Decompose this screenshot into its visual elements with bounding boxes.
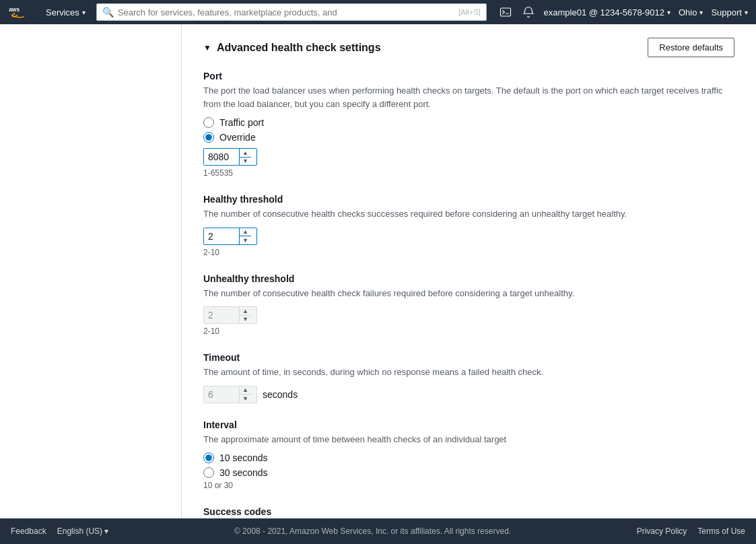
support-menu[interactable]: Support ▾ — [711, 7, 748, 18]
healthy-threshold-increment-button[interactable]: ▲ — [240, 228, 251, 237]
timeout-unit-label: seconds — [263, 389, 298, 400]
main-wrapper: ▼ Advanced health check settings Restore… — [0, 24, 756, 544]
svg-rect-1 — [500, 8, 510, 16]
unhealthy-threshold-spinner: ▲ ▼ — [239, 307, 251, 323]
unhealthy-threshold-input-wrap: 2 ▲ ▼ — [203, 306, 257, 324]
svg-text:aws: aws — [9, 6, 20, 13]
account-caret-icon: ▾ — [667, 9, 671, 16]
port-decrement-button[interactable]: ▼ — [240, 158, 251, 166]
interval-10s-label: 10 seconds — [219, 452, 268, 463]
interval-hint: 10 or 30 — [203, 481, 734, 490]
port-increment-button[interactable]: ▲ — [240, 149, 251, 158]
healthy-threshold-input[interactable]: 2 — [204, 228, 239, 244]
timeout-input[interactable]: 6 — [204, 386, 239, 403]
footer-copyright: © 2008 - 2021, Amazon Web Services, Inc.… — [108, 526, 636, 536]
override-option[interactable]: Override — [203, 132, 734, 143]
interval-30s-option[interactable]: 30 seconds — [203, 467, 734, 478]
interval-30s-radio[interactable] — [203, 467, 214, 478]
unhealthy-threshold-hint: 2-10 — [203, 327, 734, 336]
success-codes-label: Success codes — [203, 506, 734, 517]
traffic-port-option[interactable]: Traffic port — [203, 117, 734, 128]
privacy-policy-link[interactable]: Privacy Policy — [637, 526, 687, 536]
interval-label: Interval — [203, 419, 734, 430]
search-icon: 🔍 — [102, 7, 114, 18]
interval-field-group: Interval The approximate amount of time … — [203, 419, 734, 491]
interval-radio-group: 10 seconds 30 seconds — [203, 452, 734, 478]
port-input-wrap: 8080 ▲ ▼ — [203, 148, 257, 166]
collapse-icon[interactable]: ▼ — [203, 43, 211, 53]
timeout-increment-button[interactable]: ▲ — [240, 386, 251, 395]
healthy-threshold-input-wrap: 2 ▲ ▼ — [203, 228, 257, 245]
interval-10s-option[interactable]: 10 seconds — [203, 452, 734, 463]
timeout-input-wrap: 6 ▲ ▼ — [203, 386, 257, 403]
region-label: Ohio — [679, 7, 697, 18]
footer: Feedback English (US) ▾ © 2008 - 2021, A… — [0, 518, 756, 544]
interval-desc: The approximate amount of time between h… — [203, 433, 734, 446]
interval-30s-label: 30 seconds — [219, 467, 268, 478]
unhealthy-threshold-desc: The number of consecutive health check f… — [203, 287, 734, 300]
port-radio-group: Traffic port Override — [203, 117, 734, 143]
unhealthy-threshold-input[interactable]: 2 — [204, 307, 239, 323]
port-desc: The port the load balancer uses when per… — [203, 84, 734, 110]
region-menu[interactable]: Ohio ▾ — [679, 7, 703, 18]
language-label: English (US) — [57, 526, 102, 536]
timeout-label: Timeout — [203, 352, 734, 363]
footer-left: Feedback English (US) ▾ — [11, 526, 108, 536]
support-label: Support — [711, 7, 742, 18]
override-label: Override — [219, 132, 256, 143]
footer-right: Privacy Policy Terms of Use — [637, 526, 745, 536]
services-label: Services — [46, 7, 79, 18]
port-field-group: Port The port the load balancer uses whe… — [203, 71, 734, 178]
healthy-threshold-label: Healthy threshold — [203, 194, 734, 205]
section-header: ▼ Advanced health check settings Restore… — [203, 38, 734, 57]
nav-right: example01 @ 1234-5678-9012 ▾ Ohio ▾ Supp… — [498, 5, 748, 20]
aws-logo[interactable]: aws — [8, 4, 32, 20]
healthy-threshold-hint: 2-10 — [203, 248, 734, 257]
language-selector[interactable]: English (US) ▾ — [57, 526, 109, 536]
timeout-desc: The amount of time, in seconds, during w… — [203, 366, 734, 379]
top-nav: aws Services ▾ 🔍 [Alt+S] example01 @ 123… — [0, 0, 756, 24]
section-title-text: Advanced health check settings — [217, 42, 381, 54]
healthy-threshold-decrement-button[interactable]: ▼ — [240, 236, 251, 244]
unhealthy-threshold-label: Unhealthy threshold — [203, 273, 734, 284]
interval-10s-radio[interactable] — [203, 452, 214, 463]
services-caret-icon: ▾ — [82, 9, 85, 16]
notifications-icon[interactable] — [521, 5, 536, 20]
search-input[interactable] — [118, 7, 456, 18]
unhealthy-threshold-decrement-button[interactable]: ▼ — [240, 316, 251, 324]
port-input[interactable]: 8080 — [204, 149, 239, 165]
timeout-decrement-button[interactable]: ▼ — [240, 395, 251, 403]
healthy-threshold-spinner: ▲ ▼ — [239, 228, 251, 244]
port-hint: 1-65535 — [203, 168, 734, 178]
traffic-port-radio[interactable] — [203, 117, 214, 128]
account-menu[interactable]: example01 @ 1234-5678-9012 ▾ — [544, 7, 671, 18]
sidebar — [0, 24, 182, 544]
restore-defaults-button[interactable]: Restore defaults — [648, 38, 734, 57]
search-bar: 🔍 [Alt+S] — [96, 3, 487, 21]
override-radio[interactable] — [203, 132, 214, 143]
cloudshell-icon[interactable] — [498, 5, 513, 20]
healthy-threshold-desc: The number of consecutive health checks … — [203, 207, 734, 221]
unhealthy-threshold-increment-button[interactable]: ▲ — [240, 307, 251, 316]
form-panel: ▼ Advanced health check settings Restore… — [182, 24, 756, 544]
section-title: ▼ Advanced health check settings — [203, 42, 381, 54]
search-shortcut: [Alt+S] — [458, 8, 481, 16]
timeout-field-group: Timeout The amount of time, in seconds, … — [203, 352, 734, 403]
timeout-spinner: ▲ ▼ — [239, 386, 251, 403]
healthy-threshold-field-group: Healthy threshold The number of consecut… — [203, 194, 734, 257]
terms-of-use-link[interactable]: Terms of Use — [697, 526, 745, 536]
services-button[interactable]: Services ▾ — [40, 5, 91, 20]
region-caret-icon: ▾ — [699, 9, 703, 16]
port-spinner: ▲ ▼ — [239, 149, 251, 165]
support-caret-icon: ▾ — [745, 9, 748, 16]
account-label: example01 @ 1234-5678-9012 — [544, 7, 664, 18]
feedback-link[interactable]: Feedback — [11, 526, 46, 536]
content-area: ▼ Advanced health check settings Restore… — [182, 24, 756, 544]
port-label: Port — [203, 71, 734, 81]
timeout-input-row: 6 ▲ ▼ seconds — [203, 386, 734, 403]
traffic-port-label: Traffic port — [219, 117, 264, 128]
unhealthy-threshold-field-group: Unhealthy threshold The number of consec… — [203, 273, 734, 337]
